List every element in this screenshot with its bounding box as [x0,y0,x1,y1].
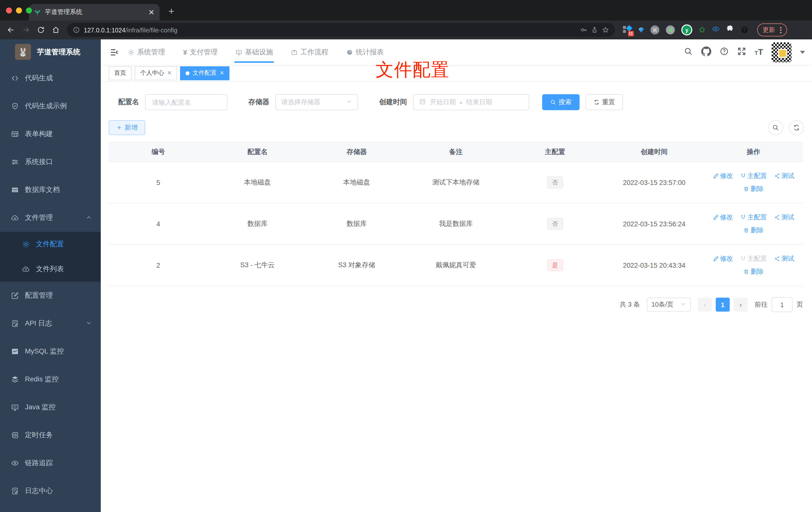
nav-item-workflow[interactable]: 工作流程 [291,39,328,65]
top-nav: 系统管理 ¥支付管理 基础设施 工作流程 统计报表 [128,39,384,65]
close-icon[interactable]: ✕ [167,70,172,76]
primary-link[interactable]: 主配置 [740,172,767,180]
close-window-button[interactable] [6,7,12,13]
sidebar-item-redis-monitor[interactable]: Redis 监控 [0,365,101,393]
date-range-picker[interactable]: 开始日期 - 结束日期 [413,94,529,110]
add-button[interactable]: 新增 [109,120,145,135]
fullscreen-icon[interactable] [737,47,746,58]
nav-item-infrastructure[interactable]: 基础设施 [236,39,273,65]
maximize-window-button[interactable] [26,7,32,13]
delete-link[interactable]: 删除 [743,267,764,276]
sidebar-item-db-doc[interactable]: 数据库文档 [0,176,101,204]
screen: 芋道管理系统 ✕ ＋ 127.0.0.1:1024/infra/file/fil… [0,0,812,512]
test-link[interactable]: 测试 [774,172,794,180]
file-management-submenu: 文件配置 文件列表 [0,232,101,282]
primary-link[interactable]: 主配置 [740,213,767,222]
page-size-select[interactable]: 10条/页 [647,298,691,311]
bookmark-star-icon[interactable] [602,26,609,33]
delete-link[interactable]: 删除 [743,226,764,235]
edit-link[interactable]: 修改 [713,213,733,222]
sidebar-item-file-list[interactable]: 文件列表 [0,257,101,282]
delete-link[interactable]: 删除 [743,184,764,193]
sidebar-item-file-management[interactable]: 文件管理 [0,204,101,232]
browser-menu-icon[interactable] [780,27,782,33]
plus-icon [116,125,122,131]
browser-tab[interactable]: 芋道管理系统 ✕ [29,4,160,21]
sidebar-item-code-gen[interactable]: 代码生成 [0,64,101,92]
site-info-icon[interactable] [73,26,80,33]
pagination: 共 3 条 10条/页 ‹ 1 › 前往 页 [101,297,803,312]
prev-page-button[interactable]: ‹ [698,298,712,311]
reset-button[interactable]: 重置 [585,94,623,110]
share-icon[interactable] [591,26,598,33]
goto-label: 前往 [755,300,767,309]
test-link[interactable]: 测试 [774,254,794,263]
github-icon[interactable] [701,46,711,58]
sidebar-item-form-builder[interactable]: 表单构建 [0,120,101,148]
extension-emoji-icon[interactable]: 😃 [741,26,748,33]
home-button[interactable] [50,24,62,36]
tag-home[interactable]: 首页 [109,66,132,80]
main-area: 系统管理 ¥支付管理 基础设施 工作流程 统计报表 TT 首页 [101,39,812,512]
extension-tabs-icon[interactable]: 11 [623,25,632,34]
extension-command-icon[interactable]: ⌘ [650,25,659,34]
extensions-puzzle-icon[interactable] [726,25,734,35]
close-icon[interactable]: ✕ [220,70,224,76]
extension-star-icon[interactable]: ✩ [699,26,705,34]
sidebar-item-code-demo[interactable]: 代码生成示例 [0,92,101,120]
sidebar: 🐰 芋道管理系统 代码生成 代码生成示例 表单构建 系统接口 数据库文档 文件管… [0,39,101,512]
edit-link[interactable]: 修改 [713,172,733,180]
sidebar-item-tracing[interactable]: 链路追踪 [0,449,101,477]
refresh-table-button[interactable] [789,120,804,135]
show-search-button[interactable] [768,120,783,135]
config-name-input[interactable] [145,94,227,110]
sidebar-item-java-monitor[interactable]: Java 监控 [0,393,101,421]
app-window: 🐰 芋道管理系统 代码生成 代码生成示例 表单构建 系统接口 数据库文档 文件管… [0,39,812,512]
search-button[interactable]: 搜索 [542,94,580,110]
minimize-window-button[interactable] [16,7,22,13]
help-icon[interactable] [720,47,729,58]
password-key-icon[interactable] [580,26,587,33]
reload-button[interactable] [35,24,47,36]
grid-icon [11,186,19,194]
browser-update-button[interactable]: 更新 [757,24,787,36]
sidebar-item-config-management[interactable]: 配置管理 [0,282,101,309]
extension-eye-icon[interactable] [712,25,720,35]
nav-item-system[interactable]: 系统管理 [128,39,165,65]
sidebar-item-api-log[interactable]: API 日志 [0,309,101,337]
collapse-sidebar-icon[interactable] [110,48,119,57]
tag-file-config[interactable]: 文件配置✕ [180,66,229,80]
test-link[interactable]: 测试 [774,213,794,222]
sidebar-item-scheduled-tasks[interactable]: 定时任务 [0,421,101,449]
next-page-button[interactable]: › [734,298,748,311]
table-row: 2 S3 - 七牛云 S3 对象存储 戴佩妮真可爱 是 2022-03-15 2… [109,244,803,286]
address-bar[interactable]: 127.0.0.1:1024/infra/file/file-config [67,23,615,37]
font-size-icon[interactable]: TT [755,47,763,57]
sidebar-item-mysql-monitor[interactable]: MySQL 监控 [0,337,101,365]
user-menu-caret-icon[interactable] [800,51,805,54]
goto-page-input[interactable] [772,297,792,312]
sidebar-logo[interactable]: 🐰 芋道管理系统 [0,39,101,64]
search-icon[interactable] [684,47,693,58]
annotation-title: 文件配置 [376,58,450,82]
back-button[interactable] [5,24,17,36]
edit-link[interactable]: 修改 [713,254,733,263]
col-actions: 操作 [704,142,803,162]
forward-button[interactable] [20,24,32,36]
extension-y-icon[interactable]: y [681,24,692,35]
tag-profile[interactable]: 个人中心✕ [135,66,177,80]
sidebar-item-log-center[interactable]: 日志中心 [0,477,101,505]
nav-item-payment[interactable]: ¥支付管理 [183,39,218,65]
extension-pin-icon[interactable] [638,27,644,33]
extension-gray-green-icon[interactable] [666,25,675,34]
user-avatar[interactable] [772,42,791,62]
sidebar-item-system-api[interactable]: 系统接口 [0,148,101,176]
tab-close-icon[interactable]: ✕ [148,8,155,16]
storage-label: 存储器 [249,98,269,107]
window-controls[interactable] [6,7,32,13]
page-number-1[interactable]: 1 [716,298,730,311]
storage-select[interactable]: 请选择存储器 [275,94,358,110]
new-tab-button[interactable]: ＋ [167,4,176,18]
browser-tabstrip: 芋道管理系统 ✕ ＋ [0,0,812,21]
sidebar-item-file-config[interactable]: 文件配置 [0,232,101,257]
